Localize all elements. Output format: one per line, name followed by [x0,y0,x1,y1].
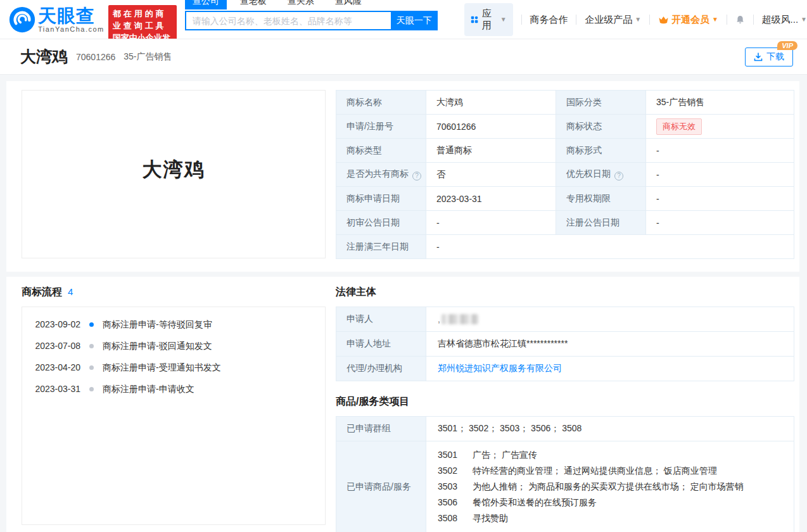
row-label: 商标形式 [556,139,646,163]
table-row: 申请人地址 吉林省德惠市松花江镇************ [336,332,794,357]
super-risk-label: 超级风... [762,14,799,26]
help-icon[interactable]: ? [412,172,421,180]
timeline-dot [89,387,94,391]
promo-line1: 都在用的商业查询工具 [113,8,172,32]
table-row: 已申请商品/服务 3501 广告； 广告宣传 3502 特许经营的商业管理； 通… [336,441,794,532]
download-button[interactable]: 下载 [745,48,793,66]
vip-badge: VIP [777,41,797,50]
header-nav: 应用 ▼ 商务合作 企业级产品 ▼ 开通会员 ▼ 超级风... ▼ [464,9,807,30]
row-label: 代理/办理机构 [336,357,426,381]
nav-enterprise[interactable]: 企业级产品 ▼ [585,14,641,26]
help-icon[interactable]: ? [614,172,623,180]
nav-vip[interactable]: 开通会员 ▼ [658,14,718,26]
row-label: 初审公告日期 [336,211,426,235]
applicant-name-redacted: , [438,314,478,324]
row-label: 已申请群组 [336,417,426,441]
nav-biz-coop[interactable]: 商务合作 [530,14,568,26]
divider [727,15,727,25]
row-label: 优先权日期? [556,163,646,187]
row-label: 申请/注册号 [336,115,426,139]
trademark-image: 大湾鸡 [22,90,326,258]
logo-title: 天眼查 [38,6,105,25]
goods-code: 3506 [438,495,463,510]
row-label: 商标类型 [336,139,426,163]
enterprise-label: 企业级产品 [585,14,632,26]
process-timeline: 2023-09-02 商标注册申请-等待驳回复审 2023-07-08 商标注册… [22,307,326,525]
registration-number: 70601266 [76,52,115,62]
row-label: 专用权期限 [556,187,646,211]
row-value: - [646,187,794,211]
goods-item: 3508 寻找赞助 [438,510,794,526]
row-value: - [646,163,794,187]
goods-desc: 特许经营的商业管理； 通过网站提供商业信息； 饭店商业管理 [473,463,717,479]
goods-title: 商品/服务类项目 [336,395,409,408]
goods-code: 3502 [438,463,463,479]
search-area: 查公司 查老板 查关系 查风险 天眼一下 [185,0,438,30]
nav-super-risk[interactable]: 超级风... ▼ [762,14,807,26]
table-row: 商标申请日期 2023-03-31 专用权期限 - [336,187,794,211]
timeline-date: 2023-04-20 [35,361,80,374]
trademark-info-table: 商标名称 大湾鸡 国际分类 35-广告销售 申请/注册号 70601266 商标… [336,90,794,259]
blurred-name [442,314,478,324]
apps-menu[interactable]: 应用 ▼ [464,3,513,36]
divider [521,15,522,25]
table-row: 已申请群组 3501； 3502； 3503； 3506； 3508 [336,417,794,441]
timeline-date: 2023-03-31 [35,383,80,395]
agent-company-link[interactable]: 郑州锐进知识产权服务有限公司 [438,363,562,373]
timeline-label: 商标注册申请-驳回通知发文 [103,339,212,352]
search-button[interactable]: 天眼一下 [391,11,438,30]
table-row: 是否为共有商标? 否 优先权日期? - [336,163,794,187]
row-value: - [426,211,556,235]
tab-company[interactable]: 查公司 [185,0,227,10]
goods-services-table: 已申请群组 3501； 3502； 3503； 3506； 3508 已申请商品… [336,416,794,532]
trademark-image-text: 大湾鸡 [143,156,205,183]
process-count: 4 [68,286,73,297]
row-value: 3501； 3502； 3503； 3506； 3508 [426,417,794,441]
goods-code: 3503 [438,479,463,495]
tab-relation[interactable]: 查关系 [280,0,322,10]
timeline-item: 2023-04-20 商标注册申请-受理通知书发文 [35,361,325,383]
table-row: 注册满三年日期 - [336,235,794,259]
goods-item: 3503 为他人推销； 为商品和服务的买卖双方提供在线市场； 定向市场营销 [438,479,794,495]
row-label: 已申请商品/服务 [336,441,426,532]
chevron-down-icon: ▼ [635,16,641,23]
divider [753,15,754,25]
search-tabs: 查公司 查老板 查关系 查风险 [185,0,438,10]
row-label: 商标名称 [336,91,426,115]
chevron-down-icon: ▼ [712,16,718,23]
tab-boss[interactable]: 查老板 [232,0,274,10]
row-label: 申请人地址 [336,332,426,357]
row-value: - [426,235,794,259]
row-label: 国际分类 [556,91,646,115]
top-header: 天眼查 TianYanCha.com 都在用的商业查询工具 国家中小企业发展子基… [0,0,807,39]
detail-card: 商标流程 4 2023-09-02 商标注册申请-等待驳回复审 2023-07-… [6,277,799,532]
redact-mark: , [438,314,440,324]
goods-desc: 寻找赞助 [473,510,508,526]
apps-icon [471,15,478,25]
row-value: 吉林省德惠市松花江镇************ [426,332,794,357]
goods-item: 3506 餐馆外卖和送餐的在线预订服务 [438,495,794,510]
row-value: 郑州锐进知识产权服务有限公司 [426,357,794,381]
vip-label: 开通会员 [671,14,709,26]
search-input[interactable] [185,11,391,30]
row-value: - [646,139,794,163]
chevron-down-icon: ▼ [500,16,507,23]
tianyancha-logo[interactable]: 天眼查 TianYanCha.com [9,6,105,33]
tab-risk[interactable]: 查风险 [327,0,369,10]
goods-code: 3508 [438,510,463,526]
notification-bell-icon[interactable] [735,14,745,25]
goods-desc: 为他人推销； 为商品和服务的买卖双方提供在线市场； 定向市场营销 [473,479,744,495]
legal-title: 法律主体 [336,286,376,299]
timeline-label: 商标注册申请-申请收文 [103,383,194,395]
process-section: 商标流程 4 2023-09-02 商标注册申请-等待驳回复审 2023-07-… [22,286,326,532]
row-value: , [426,307,794,332]
process-title: 商标流程 [22,286,62,299]
timeline-item: 2023-09-02 商标注册申请-等待驳回复审 [35,318,325,339]
goods-desc: 餐馆外卖和送餐的在线预订服务 [473,495,597,510]
tianyancha-eye-icon [9,6,35,33]
row-value: 2023-03-31 [426,187,556,211]
intl-class: 35-广告销售 [124,51,172,63]
download-label: 下载 [766,51,784,63]
row-value: 否 [426,163,556,187]
table-row: 商标名称 大湾鸡 国际分类 35-广告销售 [336,91,794,115]
